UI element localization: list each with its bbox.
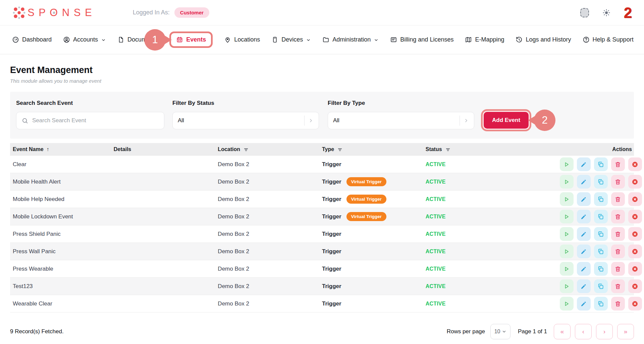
- annotation-balloon-2: 2: [534, 110, 555, 131]
- event-name-cell: Mobile Help Needed: [10, 196, 114, 203]
- nav-item-billing-and-licenses[interactable]: Billing and Licenses: [390, 36, 453, 43]
- run-event-button[interactable]: [560, 279, 574, 293]
- status-cell: ACTIVE: [426, 231, 560, 237]
- edit-event-button[interactable]: [577, 245, 591, 258]
- nav-item-help-support[interactable]: Help & Support: [583, 36, 634, 43]
- duplicate-event-button[interactable]: [594, 157, 608, 171]
- column-status[interactable]: Status: [426, 146, 560, 152]
- nav-item-e-mapping[interactable]: E-Mapping: [465, 36, 504, 43]
- duplicate-event-button[interactable]: [594, 210, 608, 223]
- run-event-button[interactable]: [560, 245, 574, 258]
- delete-event-button[interactable]: [611, 175, 625, 189]
- column-event-name[interactable]: Event Name ↑: [10, 146, 114, 152]
- delete-event-button[interactable]: [611, 192, 625, 206]
- pagination-last-button[interactable]: »: [617, 324, 634, 339]
- theme-sun-icon[interactable]: [602, 9, 610, 17]
- logs-icon: [516, 36, 523, 43]
- search-input[interactable]: [32, 117, 159, 124]
- duplicate-event-button[interactable]: [594, 175, 608, 189]
- nav-item-accounts[interactable]: Accounts: [63, 36, 106, 43]
- run-event-button[interactable]: [560, 192, 574, 206]
- page-info: Page 1 of 1: [518, 328, 547, 335]
- actions-cell: [560, 192, 644, 206]
- deactivate-event-button[interactable]: [628, 262, 642, 276]
- column-location[interactable]: Location: [218, 146, 322, 152]
- column-details[interactable]: Details: [114, 146, 218, 152]
- edit-event-button[interactable]: [577, 297, 591, 311]
- nav-item-dashboard[interactable]: Dashboard: [12, 36, 52, 43]
- delete-event-button[interactable]: [611, 157, 625, 171]
- pagination-next-button[interactable]: ›: [596, 324, 613, 339]
- delete-event-button[interactable]: [611, 210, 625, 223]
- add-event-button[interactable]: Add Event: [484, 112, 529, 129]
- edit-event-button[interactable]: [577, 227, 591, 241]
- duplicate-event-button[interactable]: [594, 279, 608, 293]
- run-event-button[interactable]: [560, 175, 574, 189]
- chevron-right-icon: [464, 118, 469, 123]
- deactivate-event-button[interactable]: [628, 297, 642, 311]
- deactivate-event-button[interactable]: [628, 175, 642, 189]
- nav-item-locations[interactable]: Locations: [224, 36, 260, 43]
- status-badge: ACTIVE: [426, 283, 446, 289]
- deactivate-event-button[interactable]: [628, 279, 642, 293]
- duplicate-event-button[interactable]: [594, 262, 608, 276]
- profile-avatar[interactable]: 2: [624, 5, 632, 20]
- delete-event-button[interactable]: [611, 227, 625, 241]
- filter-panel: Search Search Event Filter By Status All…: [10, 92, 634, 139]
- delete-event-button[interactable]: [611, 297, 625, 311]
- nav-item-events[interactable]: Events: [176, 36, 206, 43]
- run-event-button[interactable]: [560, 210, 574, 223]
- nav-item-logs-and-history[interactable]: Logs and History: [516, 36, 571, 43]
- edit-event-button[interactable]: [577, 175, 591, 189]
- edit-event-button[interactable]: [577, 262, 591, 276]
- nav-item-administration[interactable]: Administration: [322, 36, 379, 43]
- status-filter-value: All: [178, 117, 184, 124]
- type-cell: Trigger: [322, 266, 426, 272]
- run-event-button[interactable]: [560, 157, 574, 171]
- edit-event-button[interactable]: [577, 279, 591, 293]
- pagination-first-button[interactable]: «: [554, 324, 571, 339]
- x-circle-icon: [632, 231, 638, 237]
- type-value: Trigger: [322, 196, 341, 203]
- deactivate-event-button[interactable]: [628, 210, 642, 223]
- rows-per-page-select[interactable]: 10: [490, 324, 511, 339]
- duplicate-event-button[interactable]: [594, 227, 608, 241]
- duplicate-event-button[interactable]: [594, 192, 608, 206]
- edit-event-button[interactable]: [577, 192, 591, 206]
- event-name-cell: Press Wall Panic: [10, 248, 114, 255]
- run-event-button[interactable]: [560, 297, 574, 311]
- deactivate-event-button[interactable]: [628, 245, 642, 258]
- virtual-trigger-badge: Virtual Trigger: [346, 195, 386, 204]
- logo-x-icon: [12, 6, 26, 20]
- nav-item-devices[interactable]: Devices: [271, 36, 311, 43]
- location-cell: Demo Box 2: [218, 266, 322, 272]
- delete-event-button[interactable]: [611, 279, 625, 293]
- deactivate-event-button[interactable]: [628, 157, 642, 171]
- delete-event-button[interactable]: [611, 262, 625, 276]
- run-event-button[interactable]: [560, 227, 574, 241]
- layout-toggle-icon[interactable]: [580, 8, 589, 17]
- deactivate-event-button[interactable]: [628, 227, 642, 241]
- edit-event-button[interactable]: [577, 210, 591, 223]
- play-icon: [563, 213, 570, 220]
- nav-item-label: Administration: [332, 36, 371, 43]
- duplicate-event-button[interactable]: [594, 245, 608, 258]
- run-event-button[interactable]: [560, 262, 574, 276]
- type-value: Trigger: [322, 213, 341, 220]
- deactivate-event-button[interactable]: [628, 192, 642, 206]
- type-cell: TriggerVirtual Trigger: [322, 195, 426, 204]
- status-badge: ACTIVE: [426, 179, 446, 185]
- event-name-cell: Wearable Clear: [10, 300, 114, 307]
- trash-icon: [614, 283, 621, 290]
- status-filter-select[interactable]: All: [172, 112, 319, 129]
- main-content: Event Management This module allows you …: [0, 65, 644, 339]
- duplicate-event-button[interactable]: [594, 297, 608, 311]
- column-type[interactable]: Type: [322, 146, 426, 152]
- divider: [304, 116, 305, 126]
- type-filter-select[interactable]: All: [328, 112, 474, 129]
- table-row: Press WearableDemo Box 2TriggerACTIVE: [10, 260, 634, 278]
- page-subtitle: This module allows you to manage event: [10, 78, 634, 84]
- pagination-prev-button[interactable]: ‹: [575, 324, 592, 339]
- edit-event-button[interactable]: [577, 157, 591, 171]
- delete-event-button[interactable]: [611, 245, 625, 258]
